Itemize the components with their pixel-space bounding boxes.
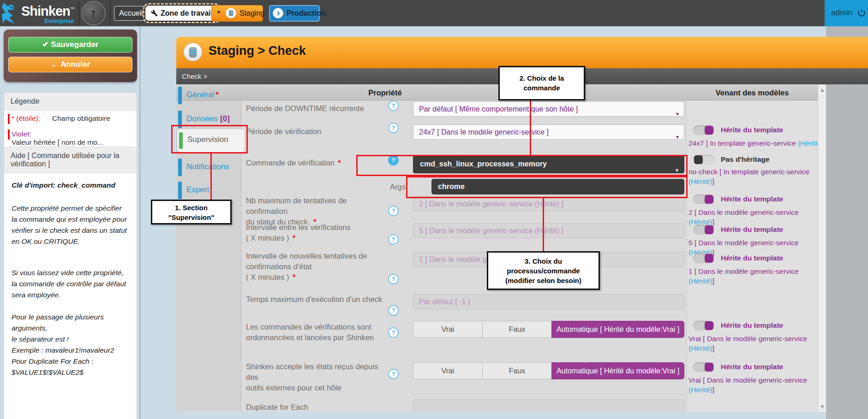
wrench-icon xyxy=(151,10,158,17)
template-value-check-command: no-check [ In template generic-service (… xyxy=(688,167,824,186)
toggle-knob xyxy=(705,254,713,263)
chevron-down-icon: ▼ xyxy=(216,10,221,15)
home-button[interactable]: Accueil xyxy=(114,6,148,21)
production-button[interactable]: Production xyxy=(269,5,320,22)
toggle-knob xyxy=(705,363,713,372)
tristate-option-active-checks-enabled-0[interactable]: Vrai xyxy=(413,321,483,338)
field-label-check-period: Période de vérification xyxy=(246,126,390,137)
input-duplicate-for-each[interactable] xyxy=(413,399,684,412)
legend-term: * (étoile): xyxy=(12,114,52,123)
chevron-down-icon: ▼ xyxy=(675,130,680,144)
power-icon xyxy=(857,8,866,18)
config-panel: Propriété Venant des modèles Général*Don… xyxy=(176,85,826,412)
help-icon-check-period[interactable]: ? xyxy=(388,123,399,133)
field-label-recurrent-downtime: Période de DOWNTIME récurrente xyxy=(246,103,390,114)
template-value-retry-interval: 1 [ Dans le modèle generic-service (Héri… xyxy=(688,266,824,286)
template-toggle-active-checks-enabled[interactable] xyxy=(693,321,714,330)
template-toggle-passive-checks-accepted[interactable] xyxy=(693,362,714,372)
page-title: Staging > Check xyxy=(209,44,306,58)
annotation-rect-args xyxy=(406,176,688,198)
field-label-duplicate-for-each: Duplicate for Each xyxy=(246,402,390,412)
tristate-option-active-checks-enabled-1[interactable]: Faux xyxy=(482,321,552,338)
help-icon-retry-interval[interactable]: ? xyxy=(388,274,399,284)
action-panel: ✔ Sauvegarder ← Annuler xyxy=(4,30,137,82)
database-icon xyxy=(226,8,236,18)
template-label-check-interval: Hérite du template xyxy=(721,225,783,234)
legend-desc: Valeur héritée [ nom de mo... xyxy=(12,138,103,146)
help-icon-max-check-time[interactable]: ? xyxy=(388,305,399,316)
tristate-option-passive-checks-accepted-1[interactable]: Faux xyxy=(482,362,552,379)
legend-marker xyxy=(8,130,10,140)
back-arrow-icon: ← xyxy=(51,60,59,69)
annotation-box-step2: 2. Choix de lacommande xyxy=(498,66,585,100)
help-icon-recurrent-downtime[interactable]: ? xyxy=(388,100,399,111)
select-recurrent-downtime[interactable]: Par défaut [ Même comportement que son h… xyxy=(413,101,684,117)
help-icon-passive-checks-accepted[interactable]: ? xyxy=(388,369,399,379)
template-value-passive-checks-accepted: Vrai [ Dans le modèle generic-service (H… xyxy=(688,375,824,395)
template-toggle-check-interval[interactable] xyxy=(693,225,714,235)
toggle-knob xyxy=(705,126,713,135)
legend-marker xyxy=(8,114,10,124)
help-icon-max-check-attempts[interactable]: ? xyxy=(388,206,399,216)
template-value-check-period: 24x7 [ In template generic-service (Héri… xyxy=(688,138,824,148)
top-bar: Shinken™ Enterprise ↑ Accueil Zone de tr… xyxy=(0,0,868,26)
database-icon xyxy=(184,43,202,61)
tab-item-general[interactable]: Général* xyxy=(176,87,241,105)
column-header-templates: Venant des modèles xyxy=(687,85,818,100)
save-button[interactable]: ✔ Sauvegarder xyxy=(8,37,132,53)
field-label-active-checks-enabled: Les commandes de vérifications sontordon… xyxy=(246,322,390,343)
scroll-top-button[interactable]: ↑ xyxy=(81,1,106,25)
tab-indicator xyxy=(178,159,182,176)
template-label-active-checks-enabled: Hérite du template xyxy=(721,321,783,330)
toggle-knob xyxy=(705,195,713,204)
divider xyxy=(686,85,687,412)
tab-label: Général* xyxy=(186,90,219,100)
annotation-line xyxy=(210,153,212,200)
user-menu[interactable]: admin xyxy=(825,0,868,26)
field-label-check-interval: Intervalle entre les vérifications( X mi… xyxy=(246,222,390,243)
column-header-property: Propriété xyxy=(241,85,529,100)
tab-item-expert[interactable]: Expert xyxy=(176,182,241,200)
chevron-down-icon: ▼ xyxy=(675,107,680,121)
help-paragraph: Cette propriété permet de spécifier la c… xyxy=(12,203,129,247)
tab-item-notifications[interactable]: Notifications xyxy=(176,159,241,177)
tab-label: Notifications xyxy=(186,162,229,171)
template-toggle-check-command[interactable] xyxy=(693,155,714,165)
template-toggle-max-check-attempts[interactable] xyxy=(693,195,714,204)
annotation-rect-command xyxy=(356,155,688,176)
tristate-option-passive-checks-accepted-2[interactable]: Automatique [ Hérité du modèle:Vrai ] xyxy=(551,362,684,379)
tristate-option-active-checks-enabled-2[interactable]: Automatique [ Hérité du modèle:Vrai ] xyxy=(551,321,684,338)
template-label-check-period: Hérite du template xyxy=(721,126,783,134)
scroll-up-icon[interactable]: ▲ xyxy=(818,86,826,94)
staging-button[interactable]: ▼ Staging xyxy=(211,5,263,22)
scrollbar[interactable]: ▲ ▼ xyxy=(818,85,826,412)
template-label-retry-interval: Hérite du template xyxy=(721,254,783,262)
legend-card: Légende * (étoile):Champ obligatoireViol… xyxy=(4,92,137,151)
tristate-option-passive-checks-accepted-0[interactable]: Vrai xyxy=(413,362,483,379)
divider xyxy=(110,1,111,25)
username: admin xyxy=(831,8,852,18)
help-icon-active-checks-enabled[interactable]: ? xyxy=(388,327,399,338)
shinken-logo-icon xyxy=(1,2,21,27)
template-toggle-check-period[interactable] xyxy=(693,125,714,135)
template-toggle-retry-interval[interactable] xyxy=(693,254,714,263)
staging-label: Staging xyxy=(239,9,264,18)
cancel-button[interactable]: ← Annuler xyxy=(8,57,132,72)
template-label-check-command: Pas d'héritage xyxy=(721,155,769,164)
field-label-passive-checks-accepted: Shinken accepte les états reçus depuis d… xyxy=(246,361,390,393)
divider xyxy=(78,1,79,25)
workzone-button[interactable]: Zone de travail xyxy=(144,5,219,22)
page-header: Staging > Check xyxy=(176,37,868,68)
brand-edition: Enterprise xyxy=(44,18,74,24)
scroll-down-icon[interactable]: ▼ xyxy=(818,402,826,411)
help-icon-check-interval[interactable]: ? xyxy=(388,234,399,245)
args-label: Args xyxy=(390,183,406,191)
up-arrow-icon: ↑ xyxy=(90,6,97,20)
tab-indicator xyxy=(178,87,182,104)
template-label-passive-checks-accepted: Hérite du template xyxy=(721,363,783,371)
help-paragraph: Si vous laissez vide cette propriété, la… xyxy=(12,267,129,301)
template-label-max-check-attempts: Hérite du template xyxy=(721,195,783,203)
legend-title: Légende xyxy=(4,93,137,111)
brand-name: Shinken™ xyxy=(21,4,74,19)
select-check-period[interactable]: 24x7 [ Dans le modèle generic-service ]▼ xyxy=(413,124,684,140)
